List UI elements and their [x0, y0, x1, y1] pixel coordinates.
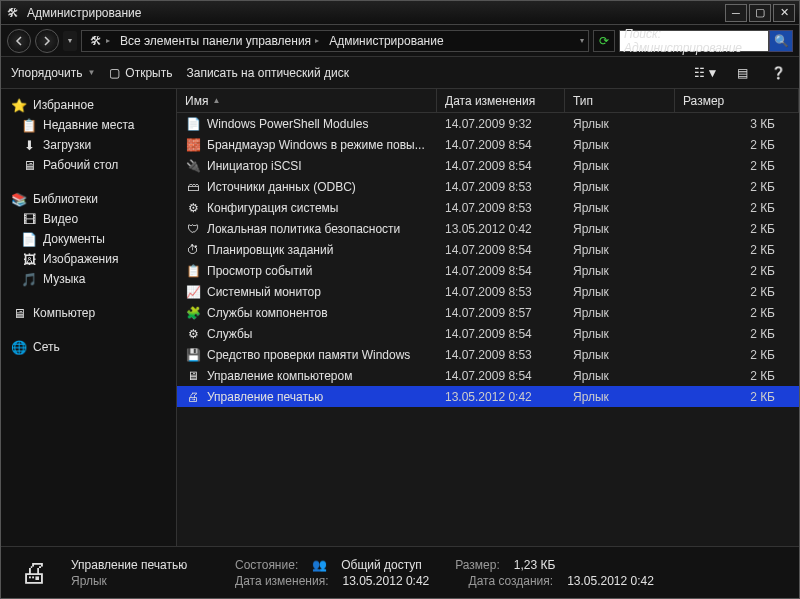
breadcrumb-seg2[interactable]: Администрирование: [325, 34, 447, 48]
toolbar: Упорядочить▼ ▢Открыть Записать на оптиче…: [1, 57, 799, 89]
file-icon: 🧱: [185, 137, 201, 153]
status-state: Общий доступ: [341, 558, 441, 572]
file-type: Ярлык: [565, 243, 675, 257]
file-size: 2 КБ: [675, 201, 799, 215]
maximize-button[interactable]: ▢: [749, 4, 771, 22]
sidebar-icon: ⬇: [21, 137, 37, 153]
file-size: 2 КБ: [675, 180, 799, 194]
sidebar-item[interactable]: 🎞Видео: [1, 209, 176, 229]
open-button[interactable]: ▢Открыть: [109, 66, 172, 80]
close-button[interactable]: ✕: [773, 4, 795, 22]
file-type: Ярлык: [565, 285, 675, 299]
status-size: 1,23 КБ: [514, 558, 556, 572]
history-dropdown[interactable]: ▼: [63, 31, 77, 51]
file-size: 2 КБ: [675, 306, 799, 320]
table-row[interactable]: 🧱Брандмауэр Windows в режиме повы... 14.…: [177, 134, 799, 155]
file-icon: 💾: [185, 347, 201, 363]
file-date: 13.05.2012 0:42: [437, 390, 565, 404]
search-input[interactable]: Поиск: Администрирование: [619, 30, 769, 52]
file-type: Ярлык: [565, 138, 675, 152]
file-name: Системный монитор: [207, 285, 321, 299]
file-size: 2 КБ: [675, 222, 799, 236]
breadcrumb[interactable]: 🛠▸ Все элементы панели управления▸ Админ…: [81, 30, 589, 52]
file-type: Ярлык: [565, 390, 675, 404]
sidebar-item[interactable]: 🖼Изображения: [1, 249, 176, 269]
sidebar-favorites-header[interactable]: ⭐Избранное: [1, 95, 176, 115]
back-button[interactable]: [7, 29, 31, 53]
table-row[interactable]: 🖨Управление печатью 13.05.2012 0:42 Ярлы…: [177, 386, 799, 407]
table-row[interactable]: 💾Средство проверки памяти Windows 14.07.…: [177, 344, 799, 365]
status-bar: 🖨 Управление печатью Состояние: 👥 Общий …: [1, 546, 799, 598]
file-name: Средство проверки памяти Windows: [207, 348, 410, 362]
file-size: 2 КБ: [675, 138, 799, 152]
sidebar-item[interactable]: 📄Документы: [1, 229, 176, 249]
file-name: Службы компонентов: [207, 306, 328, 320]
sidebar-icon: 🎞: [21, 211, 37, 227]
table-row[interactable]: ⚙Службы 14.07.2009 8:54 Ярлык 2 КБ: [177, 323, 799, 344]
file-icon: 🗃: [185, 179, 201, 195]
file-type: Ярлык: [565, 369, 675, 383]
breadcrumb-seg1[interactable]: Все элементы панели управления▸: [116, 34, 323, 48]
file-size: 2 КБ: [675, 390, 799, 404]
star-icon: ⭐: [11, 97, 27, 113]
breadcrumb-root[interactable]: 🛠▸: [86, 34, 114, 48]
file-date: 14.07.2009 8:54: [437, 369, 565, 383]
explorer-window: 🛠 Администрирование ─ ▢ ✕ ▼ 🛠▸ Все элеме…: [0, 0, 800, 599]
table-row[interactable]: 📈Системный монитор 14.07.2009 8:53 Ярлык…: [177, 281, 799, 302]
file-type: Ярлык: [565, 222, 675, 236]
file-type: Ярлык: [565, 180, 675, 194]
table-row[interactable]: 🖥Управление компьютером 14.07.2009 8:54 …: [177, 365, 799, 386]
file-type: Ярлык: [565, 117, 675, 131]
file-name: Локальная политика безопасности: [207, 222, 400, 236]
column-name[interactable]: Имя▲: [177, 89, 437, 112]
table-row[interactable]: 🔌Инициатор iSCSI 14.07.2009 8:54 Ярлык 2…: [177, 155, 799, 176]
app-icon: 🛠: [5, 5, 21, 21]
sidebar-item[interactable]: 🖥Рабочий стол: [1, 155, 176, 175]
sidebar-item[interactable]: 📋Недавние места: [1, 115, 176, 135]
window-title: Администрирование: [27, 6, 723, 20]
network-icon: 🌐: [11, 339, 27, 355]
help-button[interactable]: ❔: [767, 63, 789, 83]
status-date: 13.05.2012 0:42: [343, 574, 455, 588]
column-size[interactable]: Размер: [675, 89, 799, 112]
state-label: Состояние:: [235, 558, 298, 572]
file-date: 13.05.2012 0:42: [437, 222, 565, 236]
minimize-button[interactable]: ─: [725, 4, 747, 22]
file-size: 2 КБ: [675, 264, 799, 278]
file-name: Службы: [207, 327, 252, 341]
sidebar-item[interactable]: ⬇Загрузки: [1, 135, 176, 155]
forward-button[interactable]: [35, 29, 59, 53]
file-name: Windows PowerShell Modules: [207, 117, 368, 131]
file-date: 14.07.2009 8:54: [437, 138, 565, 152]
file-date: 14.07.2009 8:57: [437, 306, 565, 320]
table-row[interactable]: ⏱Планировщик заданий 14.07.2009 8:54 Ярл…: [177, 239, 799, 260]
column-headers: Имя▲ Дата изменения Тип Размер: [177, 89, 799, 113]
table-row[interactable]: 📄Windows PowerShell Modules 14.07.2009 9…: [177, 113, 799, 134]
breadcrumb-dropdown[interactable]: ▾: [580, 36, 584, 45]
refresh-button[interactable]: ⟳: [593, 30, 615, 52]
status-name: Управление печатью: [71, 558, 221, 572]
table-row[interactable]: 📋Просмотр событий 14.07.2009 8:54 Ярлык …: [177, 260, 799, 281]
sidebar-computer[interactable]: 🖥Компьютер: [1, 303, 176, 323]
search-go-button[interactable]: 🔍: [769, 30, 793, 52]
column-date[interactable]: Дата изменения: [437, 89, 565, 112]
burn-button[interactable]: Записать на оптический диск: [186, 66, 349, 80]
table-row[interactable]: ⚙Конфигурация системы 14.07.2009 8:53 Яр…: [177, 197, 799, 218]
view-mode-button[interactable]: ☷▼: [695, 63, 717, 83]
organize-button[interactable]: Упорядочить▼: [11, 66, 95, 80]
sidebar-libraries-header[interactable]: 📚Библиотеки: [1, 189, 176, 209]
file-date: 14.07.2009 8:54: [437, 243, 565, 257]
sidebar-item[interactable]: 🎵Музыка: [1, 269, 176, 289]
table-row[interactable]: 🛡Локальная политика безопасности 13.05.2…: [177, 218, 799, 239]
titlebar[interactable]: 🛠 Администрирование ─ ▢ ✕: [1, 1, 799, 25]
file-size: 2 КБ: [675, 285, 799, 299]
sidebar-network[interactable]: 🌐Сеть: [1, 337, 176, 357]
preview-pane-button[interactable]: ▤: [731, 63, 753, 83]
table-row[interactable]: 🧩Службы компонентов 14.07.2009 8:57 Ярлы…: [177, 302, 799, 323]
file-icon: 📄: [185, 116, 201, 132]
file-date: 14.07.2009 8:54: [437, 264, 565, 278]
status-created: 13.05.2012 0:42: [567, 574, 654, 588]
column-type[interactable]: Тип: [565, 89, 675, 112]
sidebar-icon: 📄: [21, 231, 37, 247]
table-row[interactable]: 🗃Источники данных (ODBC) 14.07.2009 8:53…: [177, 176, 799, 197]
